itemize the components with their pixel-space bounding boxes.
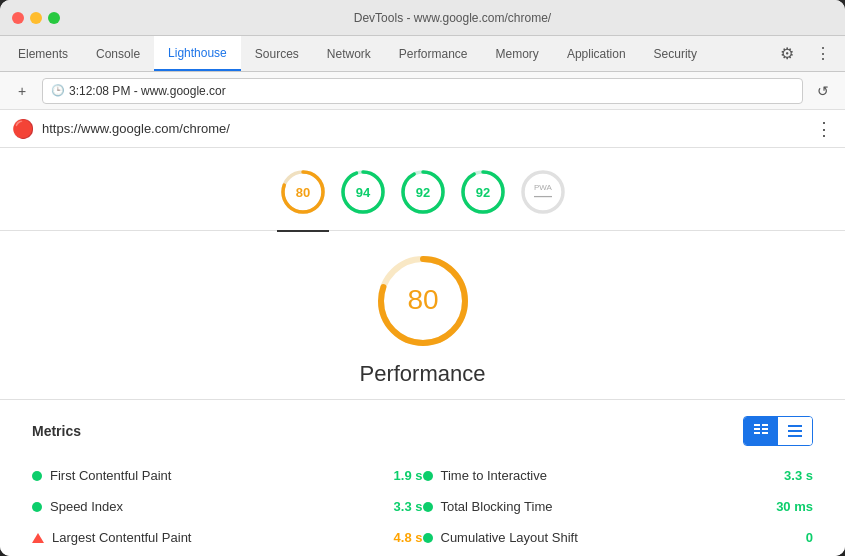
cls-indicator xyxy=(423,533,433,543)
metrics-grid: First Contentful Paint 1.9 s Speed Index… xyxy=(32,460,813,553)
svg-rect-25 xyxy=(788,430,802,432)
view-toggle xyxy=(743,416,813,446)
metric-tbt: Total Blocking Time 30 ms xyxy=(423,491,814,522)
svg-text:80: 80 xyxy=(295,185,309,200)
svg-rect-18 xyxy=(754,424,760,426)
metrics-title: Metrics xyxy=(32,423,743,439)
svg-text:92: 92 xyxy=(475,185,489,200)
cls-value: 0 xyxy=(806,530,813,545)
svg-text:—: — xyxy=(534,185,552,205)
lcp-value: 4.8 s xyxy=(394,530,423,545)
svg-rect-20 xyxy=(754,432,760,434)
performance-section: 80 Performance xyxy=(0,231,845,400)
lighthouse-icon: 🔴 xyxy=(12,118,34,140)
tab-security[interactable]: Security xyxy=(640,36,711,71)
settings-button[interactable]: ⚙ xyxy=(773,40,801,68)
svg-text:80: 80 xyxy=(407,284,438,315)
metrics-right: Time to Interactive 3.3 s Total Blocking… xyxy=(423,460,814,553)
address-value: 3:12:08 PM - www.google.cor xyxy=(69,84,226,98)
metric-lcp: Largest Contentful Paint 4.8 s xyxy=(32,522,423,553)
metric-si: Speed Index 3.3 s xyxy=(32,491,423,522)
svg-rect-24 xyxy=(788,425,802,427)
performance-title: Performance xyxy=(360,361,486,387)
titlebar-title: DevTools - www.google.com/chrome/ xyxy=(72,11,833,25)
metric-cls: Cumulative Layout Shift 0 xyxy=(423,522,814,553)
lcp-label: Largest Contentful Paint xyxy=(52,530,378,545)
new-tab-button[interactable]: + xyxy=(10,79,34,103)
svg-text:92: 92 xyxy=(415,185,429,200)
more-options-button[interactable]: ⋮ xyxy=(809,40,837,68)
fcp-indicator xyxy=(32,471,42,481)
svg-rect-23 xyxy=(762,432,768,434)
tbt-indicator xyxy=(423,502,433,512)
lighthouse-more-button[interactable]: ⋮ xyxy=(815,118,833,140)
si-indicator xyxy=(32,502,42,512)
score-btn-92a[interactable]: 92 xyxy=(397,166,449,218)
titlebar: DevTools - www.google.com/chrome/ xyxy=(0,0,845,36)
time-icon: 🕒 xyxy=(51,84,65,97)
address-bar: + 🕒 3:12:08 PM - www.google.cor ↺ xyxy=(0,72,845,110)
svg-rect-22 xyxy=(762,428,768,430)
minimize-button[interactable] xyxy=(30,12,42,24)
tab-sources[interactable]: Sources xyxy=(241,36,313,71)
tab-performance[interactable]: Performance xyxy=(385,36,482,71)
metrics-section: Metrics xyxy=(0,400,845,556)
reload-button[interactable]: ↺ xyxy=(811,79,835,103)
score-btn-80[interactable]: 80 xyxy=(277,166,329,218)
maximize-button[interactable] xyxy=(48,12,60,24)
score-btn-92b[interactable]: 92 xyxy=(457,166,509,218)
metrics-left: First Contentful Paint 1.9 s Speed Index… xyxy=(32,460,423,553)
tabs-bar: Elements Console Lighthouse Sources Netw… xyxy=(0,36,845,72)
close-button[interactable] xyxy=(12,12,24,24)
tab-network[interactable]: Network xyxy=(313,36,385,71)
si-label: Speed Index xyxy=(50,499,378,514)
metric-fcp: First Contentful Paint 1.9 s xyxy=(32,460,423,491)
tab-lighthouse[interactable]: Lighthouse xyxy=(154,36,241,71)
tbt-value: 30 ms xyxy=(776,499,813,514)
si-value: 3.3 s xyxy=(394,499,423,514)
traffic-lights xyxy=(12,12,60,24)
tti-value: 3.3 s xyxy=(784,468,813,483)
tab-console[interactable]: Console xyxy=(82,36,154,71)
cls-label: Cumulative Layout Shift xyxy=(441,530,790,545)
score-btn-94[interactable]: 94 xyxy=(337,166,389,218)
lcp-indicator xyxy=(32,533,44,543)
score-tabs: 80 94 92 xyxy=(0,148,845,231)
tab-memory[interactable]: Memory xyxy=(482,36,553,71)
tab-application[interactable]: Application xyxy=(553,36,640,71)
performance-circle: 80 xyxy=(373,251,473,351)
tti-label: Time to Interactive xyxy=(441,468,769,483)
svg-rect-26 xyxy=(788,435,802,437)
lighthouse-url: https://www.google.com/chrome/ xyxy=(42,121,230,136)
fcp-label: First Contentful Paint xyxy=(50,468,378,483)
lighthouse-url-bar: 🔴 https://www.google.com/chrome/ ⋮ xyxy=(0,110,845,148)
svg-rect-19 xyxy=(754,428,760,430)
metrics-header: Metrics xyxy=(32,416,813,446)
address-input[interactable]: 🕒 3:12:08 PM - www.google.cor xyxy=(42,78,803,104)
svg-rect-21 xyxy=(762,424,768,426)
metric-tti: Time to Interactive 3.3 s xyxy=(423,460,814,491)
svg-text:94: 94 xyxy=(355,185,370,200)
tab-elements[interactable]: Elements xyxy=(4,36,82,71)
list-view-button[interactable] xyxy=(778,417,812,445)
tabs-actions: ⚙ ⋮ xyxy=(773,36,845,71)
tbt-label: Total Blocking Time xyxy=(441,499,761,514)
score-btn-pwa[interactable]: PWA — xyxy=(517,166,569,218)
tti-indicator xyxy=(423,471,433,481)
devtools-window: DevTools - www.google.com/chrome/ Elemen… xyxy=(0,0,845,556)
main-content: 80 94 92 xyxy=(0,148,845,556)
grid-view-button[interactable] xyxy=(744,417,778,445)
fcp-value: 1.9 s xyxy=(394,468,423,483)
